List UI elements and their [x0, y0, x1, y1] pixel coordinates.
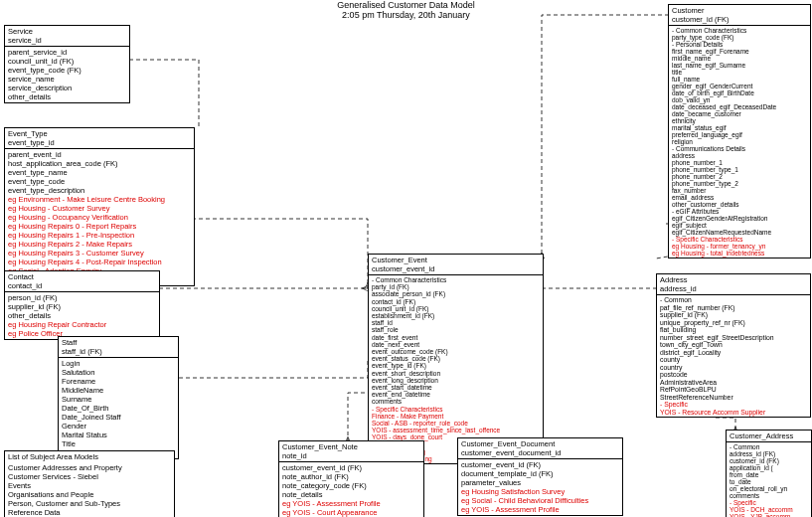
example: eg Housing Satisfaction Survey — [461, 487, 619, 496]
field: event_type_description — [8, 186, 191, 195]
example: eg Housing Repairs 2 - Make Repairs — [8, 240, 191, 249]
field: Date_Of_Birth — [62, 404, 175, 413]
field: address_id (FK) — [730, 450, 808, 457]
section-label: - Specific — [730, 499, 808, 506]
entity-contact: Contact contact_id person_id (FK) suppli… — [4, 270, 160, 340]
field: event_type_code (FK) — [8, 66, 126, 75]
field: event_start_datetime — [372, 384, 540, 391]
field: title — [672, 69, 807, 76]
entity-customer-event: Customer_Event customer_event_id - Commo… — [368, 254, 544, 464]
example: Social - ASB - reporter_role_code — [372, 420, 540, 427]
entity-title: Contact — [8, 272, 156, 281]
field: comments — [372, 398, 540, 405]
field: Title — [62, 439, 175, 448]
field: RefPointGeoBLPU — [660, 386, 807, 394]
field: service_description — [8, 84, 126, 92]
field: MiddleName — [62, 386, 175, 395]
field: fax_number — [672, 187, 807, 194]
field: customer_event_id (FK) — [282, 463, 420, 472]
example: eg Housing Repairs 1 - Pre-Inspection — [8, 231, 191, 240]
field: email_address — [672, 194, 807, 201]
entity-customer: Customer customer_id (FK) - Common Chara… — [668, 4, 811, 258]
example: eg Housing - former_tenancy_yn — [672, 243, 807, 250]
field: customer_event_id (FK) — [461, 460, 619, 469]
field: parent_event_id — [8, 150, 191, 159]
field: council_unit_id (FK) — [8, 57, 126, 66]
field: associate_person_id (FK) — [372, 290, 540, 297]
pk: customer_id (FK) — [672, 15, 807, 24]
field: date_of_birth_egif_BirthDate — [672, 89, 807, 96]
field: address — [672, 152, 807, 159]
section-label: - Communications Details — [672, 145, 807, 152]
field: Login — [62, 359, 175, 368]
field: document_template_id (FK) — [461, 469, 619, 478]
field: establishment_id (FK) — [372, 312, 540, 319]
field: staff_id — [372, 319, 540, 326]
field: parameter_values — [461, 478, 619, 487]
list-item: Customer Services - Siebel — [8, 472, 171, 481]
section-label: - Specific — [660, 401, 807, 409]
example: eg YOIS - Assessment Profile — [282, 499, 420, 508]
field: first_name_egif_Forename — [672, 48, 807, 55]
example: YOIS - YJB_accomm — [730, 513, 808, 517]
example: YOIS - DCH_accomm — [730, 506, 808, 513]
example: eg Environment - Make Leisure Centre Boo… — [8, 195, 191, 204]
example: YOIS - Resource Accomm Supplier — [660, 409, 807, 417]
pk: staff_id (FK) — [62, 347, 175, 356]
example: eg Housing - total_indebtedness — [672, 250, 807, 257]
field: AdministrativeArea — [660, 379, 807, 387]
entity-title: List of Subject Area Models — [4, 450, 175, 462]
field: council_unit_id (FK) — [372, 305, 540, 312]
entity-title: Customer_Address — [730, 431, 808, 440]
field: town_city_egif_Town — [660, 341, 807, 349]
section-label: - eGIF Attributes — [672, 208, 807, 215]
field: parent_service_id — [8, 48, 126, 57]
pk: address_id — [660, 284, 807, 293]
example: eg Housing - Customer Survey — [8, 204, 191, 213]
entity-title: Customer_Event — [372, 256, 540, 264]
entity-event-type: Event_Type event_type_id parent_event_id… — [4, 127, 195, 286]
entity-address: Address address_id - Common paf_file_ref… — [656, 273, 811, 418]
field: StreetReferenceNumber — [660, 394, 807, 402]
field: host_application_area_code (FK) — [8, 159, 191, 168]
pk: customer_event_document_id — [461, 448, 619, 457]
field: event_type_id (FK) — [372, 362, 540, 369]
field: paf_file_ref_number (FK) — [660, 304, 807, 312]
entity-title: Service — [8, 27, 126, 36]
list-item: Organisations and People — [8, 490, 171, 499]
example: eg Housing Repairs 4 - Post-Repair Inspe… — [8, 258, 191, 266]
field: Salutation — [62, 368, 175, 377]
list-item: Reference Data — [8, 508, 171, 517]
field: religion — [672, 138, 807, 145]
diagram-timestamp: 2:05 pm Thursday, 20th January — [337, 10, 475, 20]
pk: contact_id — [8, 281, 156, 290]
field: middle_name — [672, 55, 807, 62]
field: Gender — [62, 422, 175, 431]
entity-service: Service service_id parent_service_id cou… — [4, 25, 130, 103]
field: phone_number_1 — [672, 159, 807, 166]
field: phone_number_type_2 — [672, 180, 807, 187]
field: ethnicity — [672, 117, 807, 124]
field: county — [660, 356, 807, 364]
example: eg Housing Repairs 0 - Report Repairs — [8, 222, 191, 231]
example: eg Housing Repairs 3 - Customer Survey — [8, 249, 191, 258]
entity-title: Event_Type — [8, 129, 191, 138]
field: supplier_id (FK) — [8, 302, 156, 311]
field: event_long_description — [372, 377, 540, 384]
field: phone_number_type_1 — [672, 166, 807, 173]
field: event_short_description — [372, 370, 540, 377]
field: event_type_code — [8, 177, 191, 186]
field: number_street_egif_StreetDescription — [660, 334, 807, 342]
field: Forename — [62, 377, 175, 386]
example: eg Social - Child Behavioral Difficultie… — [461, 496, 619, 505]
field: customer_id (FK) — [730, 457, 808, 464]
field: date_became_customer — [672, 110, 807, 117]
field: other_details — [8, 311, 156, 320]
field: date_first_event — [372, 334, 540, 341]
field: contact_id (FK) — [372, 298, 540, 305]
entity-title: Customer — [672, 6, 807, 15]
entity-title: Staff — [62, 338, 175, 347]
field: staff_role — [372, 326, 540, 333]
entity-title: Customer_Event_Document — [461, 439, 619, 448]
field: Surname — [62, 395, 175, 404]
